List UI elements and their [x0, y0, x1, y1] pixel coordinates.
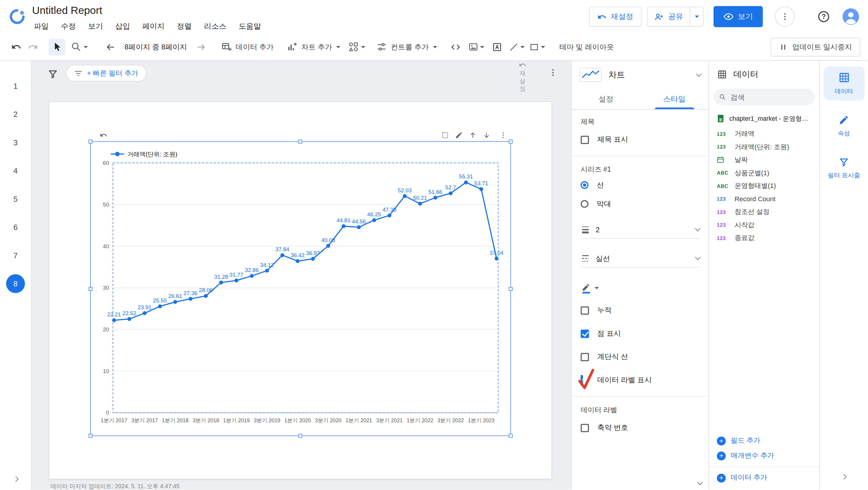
chart-kebab-icon[interactable] [499, 132, 507, 139]
menu-resource[interactable]: 리소스 [198, 20, 232, 33]
bar-radio[interactable] [581, 200, 588, 208]
select-tool-button[interactable] [49, 38, 65, 55]
shape-tool-button[interactable] [529, 42, 545, 52]
chart-reset-icon[interactable] [100, 132, 107, 139]
page-1[interactable]: 1 [6, 76, 25, 95]
field-row[interactable]: 123 거래액 [709, 127, 819, 141]
report-title[interactable]: Untitled Report [32, 4, 102, 17]
text-box-button[interactable] [489, 38, 505, 55]
quick-filter-button[interactable]: + 빠른 필터 추가 [66, 65, 147, 81]
show-data-labels-checkbox[interactable] [581, 375, 583, 385]
page-8-active[interactable]: 8 [6, 274, 25, 293]
canvas-more-options[interactable] [549, 68, 558, 77]
page-3[interactable]: 3 [6, 133, 25, 152]
page-2[interactable]: 2 [6, 105, 25, 124]
add-data-button[interactable]: 데이터 추가 [221, 41, 274, 52]
page-6[interactable]: 6 [6, 218, 25, 237]
search-input[interactable] [730, 93, 809, 101]
zoom-tool[interactable] [71, 41, 88, 52]
move-up-icon[interactable] [469, 132, 476, 139]
move-down-icon[interactable] [483, 132, 491, 139]
add-data-source-button[interactable]: + 데이터 추가 [709, 470, 819, 486]
field-row[interactable]: 날짜 [709, 153, 819, 167]
theme-layout-button[interactable]: 테마 및 레이아웃 [559, 42, 614, 52]
show-title-checkbox[interactable] [581, 136, 589, 144]
selection-handle[interactable] [89, 287, 93, 291]
tab-style[interactable]: 스타일 [640, 89, 708, 109]
field-row[interactable]: ABC 상품군별(1) [709, 167, 819, 180]
menu-arrange[interactable]: 정렬 [171, 20, 198, 33]
field-search[interactable] [714, 89, 815, 105]
line-style-select[interactable]: 실선 [581, 250, 700, 267]
show-data-labels-row[interactable]: 데이터 라벨 표시 [581, 368, 700, 392]
tab-setup[interactable]: 설정 [572, 89, 640, 109]
chevron-down-icon[interactable] [696, 71, 702, 77]
collapse-rail-button[interactable] [820, 475, 868, 479]
panel-scroll-chevron[interactable] [698, 477, 702, 486]
field-row[interactable]: 123 거래액(단위: 조원) [709, 141, 819, 153]
line-weight-select[interactable]: 2 [581, 221, 700, 239]
page-4[interactable]: 4 [6, 161, 25, 180]
menu-edit[interactable]: 수정 [55, 20, 82, 33]
field-row[interactable]: 123 참조선 설정 [709, 206, 819, 219]
selection-handle[interactable] [89, 140, 93, 144]
avatar[interactable] [843, 8, 859, 25]
looker-studio-logo[interactable] [9, 8, 25, 25]
add-field-button[interactable]: + 필드 추가 [709, 433, 819, 448]
series-line-option[interactable]: 선 [581, 176, 700, 195]
field-row[interactable]: 123 종료값 [709, 232, 819, 245]
page-7[interactable]: 7 [6, 246, 25, 265]
show-title-row[interactable]: 제목 표시 [581, 128, 700, 151]
cumulative-row[interactable]: 누적 [581, 298, 700, 322]
menu-view[interactable]: 보기 [82, 20, 109, 33]
undo-button[interactable] [8, 38, 24, 55]
menu-help[interactable]: 도움말 [232, 20, 267, 33]
redo-button[interactable] [24, 38, 41, 55]
add-parameter-button[interactable]: + 매개변수 추가 [709, 448, 819, 463]
selection-handle[interactable] [298, 434, 302, 438]
prev-page-button[interactable] [102, 38, 119, 55]
compact-numbers-checkbox[interactable] [581, 424, 589, 432]
next-page-button[interactable] [192, 38, 209, 55]
add-control-button[interactable]: 컨트롤 추가 [376, 41, 437, 52]
help-button[interactable]: ? [818, 11, 829, 22]
community-viz-button[interactable] [348, 41, 365, 52]
selection-handle[interactable] [509, 140, 513, 144]
rail-data-tab[interactable]: 데이터 [824, 66, 864, 100]
menu-file[interactable]: 파일 [28, 20, 55, 33]
share-dropdown[interactable] [690, 7, 703, 26]
rail-properties-tab[interactable]: 속성 [824, 109, 864, 142]
cumulative-checkbox[interactable] [581, 306, 589, 315]
report-page[interactable]: 01020304050601분기 20173분기 20171분기 20183분기… [49, 102, 552, 479]
menu-insert[interactable]: 삽입 [109, 20, 136, 33]
marquee-select-icon[interactable] [441, 132, 449, 139]
field-row[interactable]: 123 Record Count [709, 193, 819, 206]
embed-button[interactable] [447, 38, 464, 55]
filter-icon[interactable] [48, 69, 58, 79]
selection-handle[interactable] [298, 140, 302, 144]
show-points-row[interactable]: 점 표시 [581, 322, 700, 345]
field-row[interactable]: ABC 운영형태별(1) [709, 180, 819, 193]
pause-updates-button[interactable]: 업데이트 일시중지 [771, 37, 860, 56]
line-chart-element[interactable]: 01020304050601분기 20173분기 20171분기 20183분기… [91, 142, 510, 435]
rail-filter-bar-tab[interactable]: 필터 표시줄 [824, 151, 864, 184]
report-canvas[interactable]: + 빠른 필터 추가 재 설 정 0102 [32, 61, 571, 490]
selection-handle[interactable] [509, 434, 513, 438]
reset-button[interactable]: 재설정 [589, 6, 642, 26]
image-button[interactable] [468, 42, 484, 52]
line-color-picker[interactable] [581, 279, 700, 298]
share-button[interactable]: 공유 [647, 6, 704, 26]
chart-type-header[interactable]: 차트 [572, 61, 708, 89]
show-points-checkbox[interactable] [581, 329, 589, 338]
selection-handle[interactable] [89, 434, 93, 438]
line-chart[interactable]: 01020304050601분기 20173분기 20171분기 20183분기… [91, 142, 510, 435]
page-indicator[interactable]: 8페이지 중 8페이지 [124, 42, 187, 52]
view-button[interactable]: 보기 [714, 6, 763, 27]
edit-pencil-icon[interactable] [455, 132, 463, 139]
series-bar-option[interactable]: 막대 [581, 194, 700, 213]
line-radio[interactable] [581, 181, 588, 189]
line-tool-button[interactable] [508, 42, 524, 52]
selection-handle[interactable] [509, 287, 513, 291]
more-options-button[interactable] [775, 6, 795, 26]
compact-numbers-row[interactable]: 축약 번호 [581, 416, 700, 439]
